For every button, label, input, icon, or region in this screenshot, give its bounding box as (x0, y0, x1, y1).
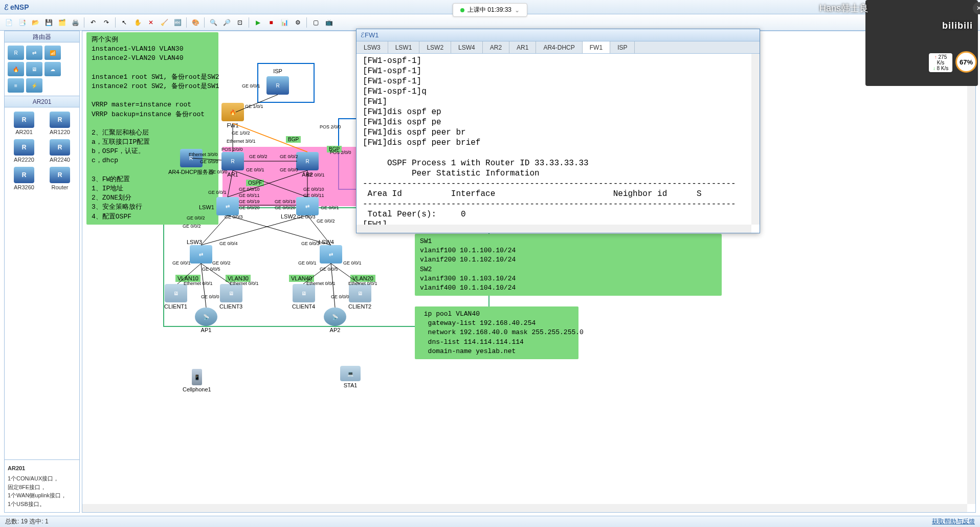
switch-category-icon[interactable]: ⇄ (26, 46, 42, 60)
node-lsw3[interactable]: ⇄LSW3 (190, 245, 212, 264)
node-ap1[interactable]: 📡AP1 (195, 308, 217, 333)
firewall-category-icon[interactable]: 🔥 (8, 62, 24, 76)
node-fw1[interactable]: 🔥FW1 (221, 103, 244, 128)
if-label: GE 0/0/11 (303, 193, 324, 198)
node-client1[interactable]: 🖥CLIENT1 (164, 284, 187, 310)
if-label: GE 0/0/2 (280, 154, 298, 159)
tab-fw1[interactable]: FW1 (583, 41, 610, 53)
delete-button[interactable]: ✕ (145, 17, 157, 28)
if-label: GE 0/0/0 (209, 169, 228, 174)
if-label: GE 0/0/0 (331, 294, 349, 299)
start-button[interactable]: ▶ (252, 17, 263, 28)
open-button[interactable]: 📂 (30, 17, 41, 28)
stop-button[interactable]: ■ (265, 17, 277, 28)
router-category-icon[interactable]: R (8, 46, 24, 60)
terminal-vscroll[interactable] (751, 54, 760, 225)
tab-isp[interactable]: ISP (610, 41, 635, 53)
separator (204, 17, 205, 28)
new-button[interactable]: 📑 (16, 17, 28, 28)
ip-pool-notes: ip pool VLAN40 gateway-list 192.168.40.2… (415, 306, 578, 359)
help-link[interactable]: 获取帮助与反馈 (932, 517, 975, 526)
terminal-tabs: LSW3 LSW1 LSW2 LSW4 AR2 AR1 AR4-DHCP FW1… (357, 41, 760, 54)
fit-button[interactable]: ⊡ (234, 17, 246, 28)
node-client2[interactable]: 🖥CLIENT2 (348, 284, 371, 310)
chevron-down-icon: ⌄ (515, 7, 520, 14)
separator (249, 17, 249, 28)
device-description: AR201 1个CON/AUX接口， 固定8FE接口， 1个WAN侧uplink… (5, 459, 79, 513)
device-library: 路由器 R ⇄ 📶 🔥 🖥 ☁ ≡ ⚡ AR201 RAR201 RAR1220… (4, 31, 80, 513)
other-category-icon[interactable]: ≡ (8, 78, 24, 93)
wlan-category-icon[interactable]: 📶 (44, 46, 61, 60)
print-button[interactable]: 🖨️ (70, 17, 81, 28)
canvas-vscroll[interactable] (967, 31, 975, 504)
recording-status[interactable]: 上课中 01:39:33 ⌄ (453, 3, 527, 17)
if-label: Ethernet 3/0/0 (189, 152, 218, 157)
new-topo-button[interactable]: 📄 (3, 17, 14, 28)
if-label: POS 2/0/0 (221, 147, 243, 152)
if-label: GE 0/0/19 (239, 199, 260, 204)
node-lsw4[interactable]: ⇄LSW4 (320, 245, 342, 264)
if-label: GE 0/0/1 (172, 260, 191, 266)
if-label: Ethernet 0/0/1 (184, 281, 213, 286)
zoom-in-button[interactable]: 🔍 (208, 17, 219, 28)
canvas-hscroll[interactable] (82, 504, 967, 512)
device-item-ar1220[interactable]: RAR1220 (46, 111, 74, 136)
node-cellphone1[interactable]: 📱Cellphone1 (183, 369, 211, 392)
device-item-router[interactable]: RRouter (46, 166, 74, 191)
config-button[interactable]: ⚙ (292, 17, 303, 28)
save-all-button[interactable]: 🗂️ (56, 17, 68, 28)
screen-button[interactable]: 📺 (323, 17, 335, 28)
window-button[interactable]: ▢ (310, 17, 321, 28)
palette-button[interactable]: 🎨 (190, 17, 201, 28)
ospf-label: OSPF (246, 180, 264, 186)
terminal-title[interactable]: FW1 (357, 29, 760, 41)
tab-ar4dhcp[interactable]: AR4-DHCP (536, 41, 582, 53)
close-webcam-button[interactable]: ✕ (973, 2, 980, 14)
link-category-icon[interactable]: ⚡ (26, 78, 42, 93)
device-item-ar201[interactable]: RAR201 (10, 111, 38, 136)
tab-lsw3[interactable]: LSW3 (357, 41, 388, 53)
save-button[interactable]: 💾 (43, 17, 54, 28)
terminal-hscroll[interactable] (357, 225, 751, 233)
device-item-ar2240[interactable]: RAR2240 (46, 138, 74, 164)
if-label: GE 1/0/2 (232, 130, 250, 136)
app-title: eNSP (4, 3, 29, 11)
pointer-button[interactable]: ↖ (119, 17, 130, 28)
separator (306, 17, 307, 28)
terminal-output[interactable]: [FW1-ospf-1] [FW1-ospf-1] [FW1-ospf-1] [… (359, 54, 751, 225)
redo-button[interactable]: ↷ (101, 17, 112, 28)
terminal-window[interactable]: FW1 LSW3 LSW1 LSW2 LSW4 AR2 AR1 AR4-DHCP… (356, 29, 760, 233)
progress-circle: 67% (955, 51, 977, 73)
node-client3[interactable]: 🖥CLIENT3 (219, 284, 242, 310)
progress-value: 67% (960, 58, 973, 66)
node-lsw2[interactable]: ⇄LSW2 (296, 197, 319, 215)
device-item-ar2220[interactable]: RAR2220 (10, 138, 38, 164)
text-button[interactable]: 🔤 (172, 17, 183, 28)
tab-lsw2[interactable]: LSW2 (419, 41, 451, 53)
node-sta1[interactable]: 💻STA1 (340, 366, 361, 388)
node-lsw1[interactable]: ⇄LSW1 (216, 197, 239, 215)
tab-ar2[interactable]: AR2 (483, 41, 509, 53)
webcam-overlay[interactable]: ✕ Hans韩士良 bilibili (865, 0, 978, 86)
bgp-label: BGP (286, 136, 301, 143)
pan-button[interactable]: ✋ (132, 17, 143, 28)
tab-ar1[interactable]: AR1 (509, 41, 536, 53)
if-label: GE 0/0/2 (249, 154, 268, 159)
if-label: Ethernet 0/0/1 (230, 281, 259, 286)
tab-lsw4[interactable]: LSW4 (451, 41, 483, 53)
tab-lsw1[interactable]: LSW1 (388, 41, 420, 53)
capture-button[interactable]: 📊 (279, 17, 290, 28)
if-label: GE 0/0/19 (275, 199, 296, 204)
cloud-category-icon[interactable]: ☁ (44, 62, 61, 76)
undo-button[interactable]: ↶ (87, 17, 99, 28)
if-label: GE 0/0/0 (201, 294, 219, 299)
separator (186, 17, 187, 28)
pc-category-icon[interactable]: 🖥 (26, 62, 42, 76)
upload-speed: 275 K/s (931, 54, 950, 65)
node-ap2[interactable]: 📡AP2 (324, 308, 346, 333)
zoom-out-button[interactable]: 🔎 (221, 17, 232, 28)
node-client4[interactable]: 🖥CLIENT4 (292, 284, 315, 310)
device-item-ar3260[interactable]: RAR3260 (10, 166, 38, 191)
broom-button[interactable]: 🧹 (159, 17, 170, 28)
if-label: Ethernet 0/0/1 (348, 281, 377, 286)
